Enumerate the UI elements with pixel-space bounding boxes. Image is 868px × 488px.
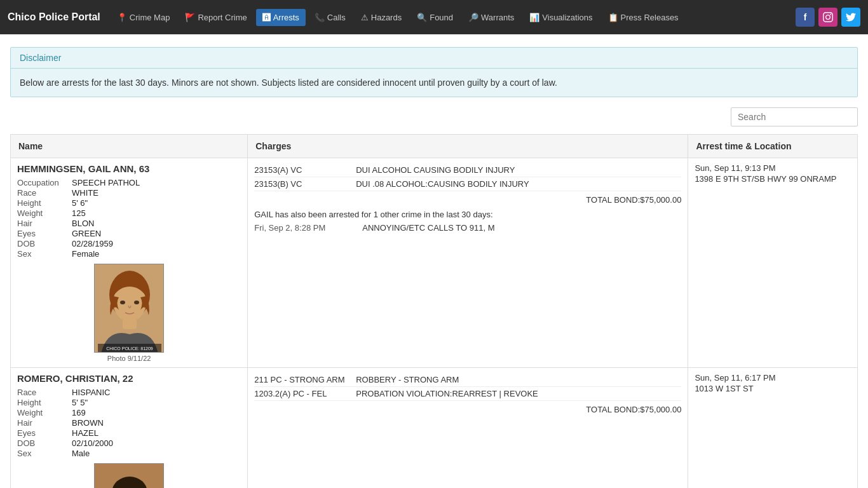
svg-point-4: [120, 301, 125, 304]
flag-icon: 🚩: [185, 13, 195, 22]
detail-label: Height: [17, 398, 68, 407]
press-icon: 📋: [608, 13, 618, 22]
arrests-table: Name Charges Arrest time & Location HEMM…: [10, 134, 858, 488]
nav-hazards[interactable]: ⚠ Hazards: [355, 9, 408, 26]
nav-report-crime[interactable]: 🚩 Report Crime: [179, 9, 253, 26]
warrants-icon: 🔎: [468, 13, 478, 22]
detail-label: DOB: [17, 239, 68, 248]
detail-label: Occupation: [17, 178, 68, 187]
detail-label: Race: [17, 388, 68, 397]
detail-value: BLON: [72, 219, 241, 228]
detail-label: DOB: [17, 438, 68, 448]
detail-label: Eyes: [17, 428, 68, 438]
detail-value: Female: [72, 249, 241, 259]
arrest-time: Sun, Sep 11, 9:13 PM: [695, 163, 851, 173]
charges-cell: 211 PC - STRONG ARMROBBERY - STRONG ARM1…: [248, 368, 688, 489]
charge-code: 1203.2(A) PC - FEL: [254, 389, 356, 398]
nav-crime-map[interactable]: 📍 Crime Map: [111, 9, 177, 26]
detail-value: Male: [72, 449, 241, 458]
photo-container: CHICO POLICE: 81209 Photo 9/11/22: [17, 264, 241, 362]
charge-row: 23153(B) VCDUI .08 ALCOHOL:CAUSING BODIL…: [254, 177, 681, 191]
charge-row: 211 PC - STRONG ARMROBBERY - STRONG ARM: [254, 373, 681, 387]
prior-arrest-row: Fri, Sep 2, 8:28 PMANNOYING/ETC CALLS TO…: [254, 222, 681, 234]
site-brand: Chico Police Portal: [8, 11, 100, 23]
table-row: ROMERO, CHRISTIAN, 22RaceHISPANICHeight5…: [11, 368, 858, 489]
disclaimer-box: Disclaimer Below are arrests for the las…: [10, 47, 858, 97]
charge-row: 23153(A) VCDUI ALCOHOL CAUSING BODILY IN…: [254, 163, 681, 177]
svg-point-5: [134, 301, 139, 304]
charge-code: 23153(A) VC: [254, 165, 356, 175]
detail-value: WHITE: [72, 188, 241, 198]
arrest-location: 1398 E 9TH ST/SB HWY 99 ONRAMP: [695, 174, 851, 184]
charge-row: 1203.2(A) PC - FELPROBATION VIOLATION:RE…: [254, 387, 681, 401]
total-bond: TOTAL BOND:$75,000.00: [254, 401, 681, 416]
arrest-time: Sun, Sep 11, 6:17 PM: [695, 373, 851, 383]
navigation: Chico Police Portal 📍 Crime Map 🚩 Report…: [0, 0, 868, 34]
detail-label: Race: [17, 188, 68, 198]
detail-label: Eyes: [17, 229, 68, 238]
table-header-row: Name Charges Arrest time & Location: [11, 135, 858, 158]
phone-icon: 📞: [315, 13, 325, 22]
nav-warrants[interactable]: 🔎 Warrants: [462, 9, 520, 26]
detail-value: BROWN: [72, 418, 241, 428]
table-row: HEMMINGSEN, GAIL ANN, 63OccupationSPEECH…: [11, 158, 858, 368]
detail-label: Hair: [17, 219, 68, 228]
prior-arrest-description: ANNOYING/ETC CALLS TO 911, M: [362, 223, 494, 233]
prior-arrests-text: GAIL has also been arrested for 1 other …: [254, 206, 681, 222]
detail-value: 02/10/2000: [72, 438, 241, 448]
found-icon: 🔍: [417, 13, 427, 22]
nav-arrests[interactable]: 🅰 Arrests: [256, 9, 306, 26]
warning-icon: ⚠: [361, 13, 369, 22]
subject-name: ROMERO, CHRISTIAN, 22: [17, 373, 241, 384]
arrest-time-cell: Sun, Sep 11, 9:13 PM1398 E 9TH ST/SB HWY…: [688, 158, 858, 368]
photo-container: CHICO POLICE Photo 9/11/22: [17, 463, 241, 488]
detail-value: 02/28/1959: [72, 239, 241, 248]
svg-text:CHICO POLICE: 81209: CHICO POLICE: 81209: [106, 346, 153, 351]
chart-icon: 📊: [529, 13, 539, 22]
col-arrest-time: Arrest time & Location: [688, 135, 858, 158]
detail-value: GREEN: [72, 229, 241, 238]
search-input[interactable]: [731, 107, 858, 126]
detail-value: SPEECH PATHOL: [72, 178, 241, 187]
pin-icon: 📍: [117, 13, 127, 22]
detail-value: 5' 6": [72, 198, 241, 208]
col-name: Name: [11, 135, 248, 158]
detail-label: Hair: [17, 418, 68, 428]
total-bond: TOTAL BOND:$75,000.00: [254, 191, 681, 206]
search-bar: [10, 107, 858, 126]
mugshot-photo: CHICO POLICE: [94, 463, 164, 488]
subject-name: HEMMINGSEN, GAIL ANN, 63: [17, 163, 241, 174]
instagram-icon[interactable]: [818, 8, 837, 27]
prior-arrest-date: Fri, Sep 2, 8:28 PM: [254, 223, 356, 233]
detail-label: Sex: [17, 449, 68, 458]
detail-value: HISPANIC: [72, 388, 241, 397]
name-cell: ROMERO, CHRISTIAN, 22RaceHISPANICHeight5…: [11, 368, 248, 489]
col-charges: Charges: [248, 135, 688, 158]
charge-description: PROBATION VIOLATION:REARREST | REVOKE: [356, 389, 538, 398]
charge-code: 211 PC - STRONG ARM: [254, 375, 356, 384]
arrest-location: 1013 W 1ST ST: [695, 384, 851, 393]
twitter-icon[interactable]: [841, 8, 860, 27]
arrest-time-cell: Sun, Sep 11, 6:17 PM1013 W 1ST ST: [688, 368, 858, 489]
charge-code: 23153(B) VC: [254, 179, 356, 189]
detail-label: Height: [17, 198, 68, 208]
nav-found[interactable]: 🔍 Found: [410, 9, 459, 26]
detail-label: Weight: [17, 408, 68, 417]
charges-cell: 23153(A) VCDUI ALCOHOL CAUSING BODILY IN…: [248, 158, 688, 368]
charge-description: DUI .08 ALCOHOL:CAUSING BODILY INJURY: [356, 179, 529, 189]
charge-description: DUI ALCOHOL CAUSING BODILY INJURY: [356, 165, 515, 175]
social-links: f: [796, 8, 860, 27]
name-cell: HEMMINGSEN, GAIL ANN, 63OccupationSPEECH…: [11, 158, 248, 368]
main-content: Disclaimer Below are arrests for the las…: [0, 34, 868, 488]
detail-label: Sex: [17, 249, 68, 259]
mugshot-photo: CHICO POLICE: 81209: [94, 264, 164, 353]
facebook-icon[interactable]: f: [796, 8, 815, 27]
charge-description: ROBBERY - STRONG ARM: [356, 375, 459, 384]
nav-visualizations[interactable]: 📊 Visualizations: [523, 9, 599, 26]
disclaimer-title: Disclaimer: [11, 48, 857, 69]
photo-label: Photo 9/11/22: [107, 355, 151, 362]
nav-calls[interactable]: 📞 Calls: [308, 9, 352, 26]
disclaimer-text: Below are arrests for the last 30 days. …: [11, 69, 857, 97]
detail-value: 125: [72, 208, 241, 218]
nav-press-releases[interactable]: 📋 Press Releases: [602, 9, 685, 26]
